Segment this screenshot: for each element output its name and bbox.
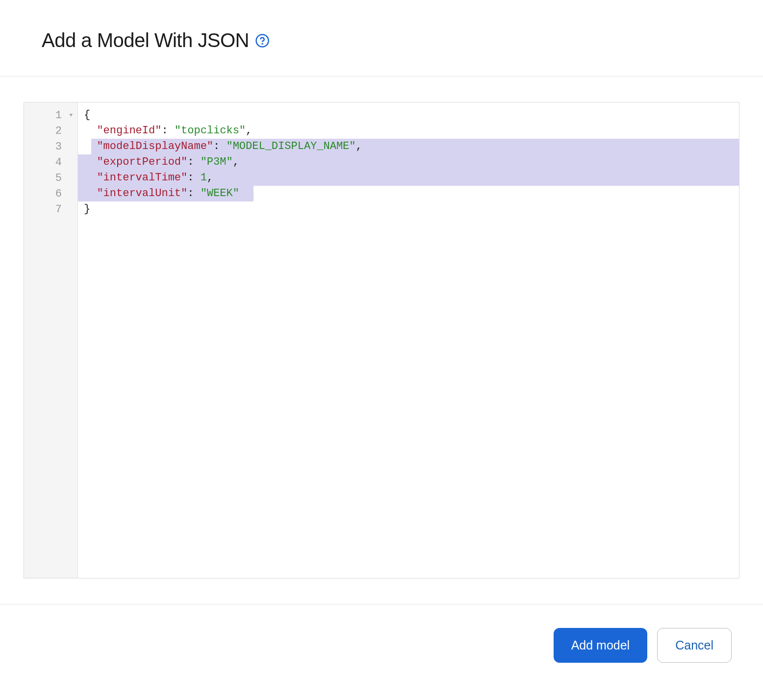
editor-code-area[interactable]: { "engineId": "topclicks", "modelDisplay… [78,102,739,578]
dialog-footer: Add model Cancel [0,604,763,663]
code-content: { [84,109,90,121]
gutter-line: 2 [24,123,77,139]
cancel-button[interactable]: Cancel [657,628,732,663]
code-line: "exportPeriod": "P3M", [78,154,739,170]
gutter-line: 1▼ [24,107,77,123]
code-line: "intervalUnit": "WEEK" [78,186,739,201]
gutter-line: 4 [24,154,77,170]
editor-gutter: 1▼234567 [24,102,78,578]
code-line: { [78,107,739,123]
code-line: "modelDisplayName": "MODEL_DISPLAY_NAME"… [78,139,739,154]
code-content: } [84,203,90,215]
json-editor[interactable]: 1▼234567 { "engineId": "topclicks", "mod… [24,102,739,578]
code-content: "engineId": "topclicks", [84,125,252,137]
code-content: "intervalUnit": "WEEK" [84,187,239,200]
code-line: } [78,201,739,217]
dialog-header: Add a Model With JSON [0,0,763,76]
code-content: "modelDisplayName": "MODEL_DISPLAY_NAME"… [84,140,362,152]
gutter-line: 3 [24,139,77,154]
code-content: "intervalTime": 1, [84,172,213,184]
code-line: "engineId": "topclicks", [78,123,739,139]
help-icon[interactable] [255,33,270,48]
fold-toggle-icon[interactable]: ▼ [69,112,73,118]
gutter-line: 6 [24,186,77,201]
code-line: "intervalTime": 1, [78,170,739,186]
page-title: Add a Model With JSON [42,29,249,51]
add-model-button[interactable]: Add model [554,628,648,663]
svg-point-1 [262,43,262,44]
gutter-line: 5 [24,170,77,186]
code-content: "exportPeriod": "P3M", [84,156,239,168]
gutter-line: 7 [24,201,77,217]
